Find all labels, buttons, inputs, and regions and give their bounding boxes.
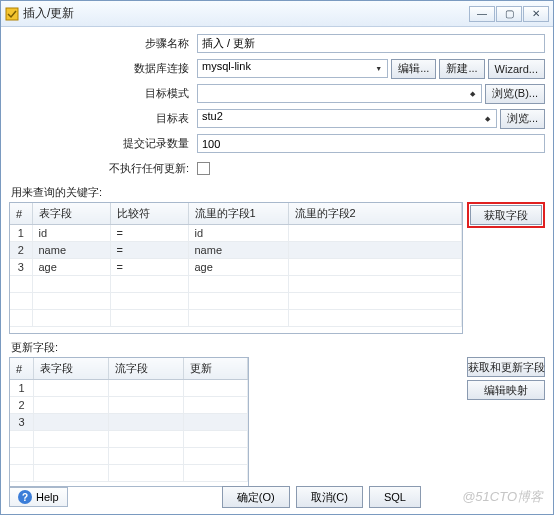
step-name-label: 步骤名称 <box>9 36 197 51</box>
table-row[interactable]: 2 <box>10 397 248 414</box>
table-label: 目标表 <box>9 111 197 126</box>
close-button[interactable]: ✕ <box>523 6 549 22</box>
table-header: # 表字段 流字段 更新 <box>10 358 248 380</box>
get-update-fields-button[interactable]: 获取和更新字段 <box>467 357 545 377</box>
schema-label: 目标模式 <box>9 86 197 101</box>
table-row[interactable]: 1id=id <box>10 225 462 242</box>
table-input[interactable]: stu2 ◆ <box>197 109 497 128</box>
watermark: @51CTO博客 <box>462 488 543 506</box>
commit-input[interactable] <box>197 134 545 153</box>
browse-table-button[interactable]: 浏览... <box>500 109 545 129</box>
help-icon: ? <box>18 490 32 504</box>
new-connection-button[interactable]: 新建... <box>439 59 484 79</box>
get-fields-button[interactable]: 获取字段 <box>470 205 542 225</box>
table-row[interactable] <box>10 310 462 327</box>
window-title: 插入/更新 <box>23 5 74 22</box>
diamond-icon: ◆ <box>466 87 479 100</box>
table-row[interactable] <box>10 293 462 310</box>
titlebar: 插入/更新 — ▢ ✕ <box>1 1 553 27</box>
connection-label: 数据库连接 <box>9 61 197 76</box>
browse-schema-button[interactable]: 浏览(B)... <box>485 84 545 104</box>
highlight-box: 获取字段 <box>467 202 545 228</box>
wizard-button[interactable]: Wizard... <box>488 59 545 79</box>
table-row[interactable] <box>10 448 248 465</box>
table-value: stu2 <box>202 110 223 122</box>
query-section-label: 用来查询的关键字: <box>11 185 545 200</box>
minimize-button[interactable]: — <box>469 6 495 22</box>
no-update-label: 不执行任何更新: <box>9 161 197 176</box>
help-label: Help <box>36 491 59 503</box>
table-row[interactable]: 3 <box>10 414 248 431</box>
chevron-down-icon: ▼ <box>372 62 385 75</box>
sql-button[interactable]: SQL <box>369 486 421 508</box>
update-section-label: 更新字段: <box>11 340 545 355</box>
query-table[interactable]: # 表字段 比较符 流里的字段1 流里的字段2 1id=id 2name=nam… <box>9 202 463 334</box>
table-header: # 表字段 比较符 流里的字段1 流里的字段2 <box>10 203 462 225</box>
step-name-input[interactable] <box>197 34 545 53</box>
update-table[interactable]: # 表字段 流字段 更新 1 2 3 <box>9 357 249 487</box>
table-row[interactable] <box>10 276 462 293</box>
app-icon <box>5 7 19 21</box>
commit-label: 提交记录数量 <box>9 136 197 151</box>
svg-rect-0 <box>6 8 18 20</box>
table-row[interactable] <box>10 465 248 482</box>
table-row[interactable] <box>10 431 248 448</box>
connection-select[interactable]: mysql-link ▼ <box>197 59 388 78</box>
help-button[interactable]: ? Help <box>9 487 68 507</box>
edit-connection-button[interactable]: 编辑... <box>391 59 436 79</box>
ok-button[interactable]: 确定(O) <box>222 486 290 508</box>
maximize-button[interactable]: ▢ <box>496 6 522 22</box>
schema-input[interactable]: ◆ <box>197 84 482 103</box>
diamond-icon: ◆ <box>481 112 494 125</box>
table-row[interactable]: 1 <box>10 380 248 397</box>
no-update-checkbox[interactable] <box>197 162 210 175</box>
table-row[interactable]: 3age=age <box>10 259 462 276</box>
table-row[interactable]: 2name=name <box>10 242 462 259</box>
connection-value: mysql-link <box>202 60 251 72</box>
cancel-button[interactable]: 取消(C) <box>296 486 363 508</box>
edit-mapping-button[interactable]: 编辑映射 <box>467 380 545 400</box>
